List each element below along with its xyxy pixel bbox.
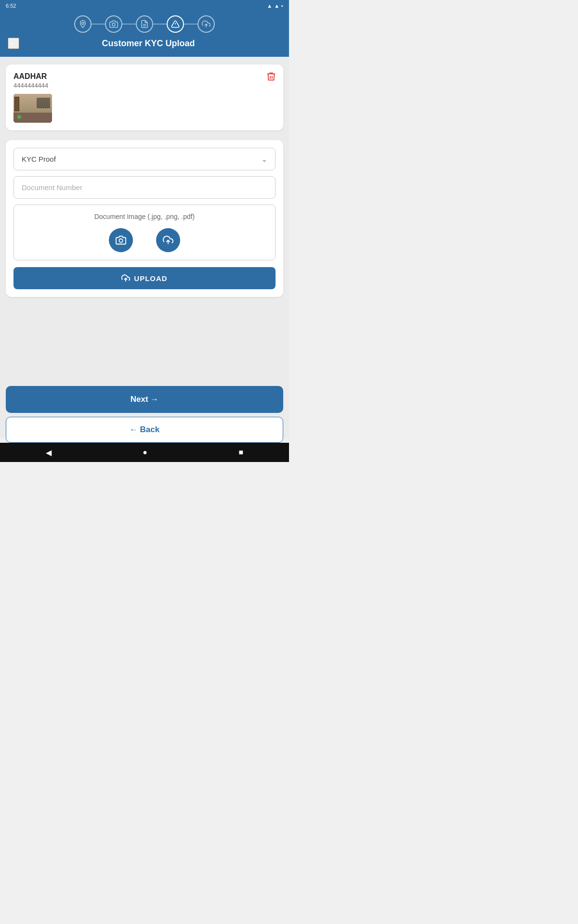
chevron-down-icon: ⌄ [262, 155, 267, 163]
upload-form-card: KYC Proof ⌄ Document Image (.jpg, .png, … [6, 140, 283, 297]
kyc-proof-dropdown[interactable]: KYC Proof ⌄ [13, 148, 276, 170]
svg-point-7 [119, 239, 122, 242]
document-image-upload-area: Document Image (.jpg, .png, .pdf) [13, 205, 276, 260]
step-document-icon [136, 15, 153, 33]
doc-image-action-buttons [109, 228, 180, 252]
camera-capture-button[interactable] [109, 228, 133, 252]
document-title: AADHAR [13, 72, 276, 81]
header-title-row: ← Customer KYC Upload [8, 38, 281, 49]
status-bar: 6:52 ▲ ▲ ▪ [0, 0, 289, 12]
svg-point-0 [82, 22, 84, 25]
signal-icon: ▲ [274, 3, 279, 9]
thumbnail-green-indicator [17, 115, 21, 119]
nav-back-icon[interactable]: ◀ [46, 448, 52, 457]
status-time: 6:52 [6, 3, 16, 9]
document-image-label: Document Image (.jpg, .png, .pdf) [94, 213, 195, 220]
header: ← Customer KYC Upload [0, 12, 289, 57]
back-button[interactable]: ← Back [6, 417, 283, 443]
status-icons: ▲ ▲ ▪ [267, 3, 283, 9]
document-thumbnail [13, 94, 52, 123]
bottom-buttons: Next → ← Back [0, 386, 289, 443]
battery-icon: ▪ [281, 3, 283, 9]
delete-document-button[interactable] [266, 71, 276, 84]
back-button-label: ← Back [130, 425, 159, 435]
document-number-input[interactable] [13, 176, 276, 199]
step-line-4 [184, 24, 197, 25]
android-nav-bar: ◀ ● ■ [0, 443, 289, 462]
svg-point-1 [112, 23, 115, 26]
page-title: Customer KYC Upload [27, 38, 270, 49]
next-button[interactable]: Next → [6, 386, 283, 413]
progress-steps [8, 15, 281, 33]
upload-submit-button[interactable]: UPLOAD [13, 267, 276, 289]
step-camera-icon [105, 15, 122, 33]
step-alert-icon [167, 15, 184, 33]
next-button-label: Next → [131, 395, 159, 404]
time-display: 6:52 [6, 3, 16, 9]
upload-button-label: UPLOAD [134, 274, 167, 282]
header-back-button[interactable]: ← [8, 38, 19, 49]
main-content: AADHAR 4444444444 [0, 57, 289, 438]
step-upload-icon [197, 15, 215, 33]
step-line-1 [92, 24, 105, 25]
nav-recents-icon[interactable]: ■ [239, 448, 244, 457]
file-upload-button[interactable] [156, 228, 180, 252]
document-number: 4444444444 [13, 82, 276, 89]
step-line-2 [122, 24, 136, 25]
step-location-icon [74, 15, 92, 33]
kyc-proof-label: KYC Proof [22, 155, 56, 163]
wifi-icon: ▲ [267, 3, 272, 9]
document-card: AADHAR 4444444444 [6, 64, 283, 130]
nav-home-icon[interactable]: ● [143, 448, 147, 457]
step-line-3 [153, 24, 167, 25]
